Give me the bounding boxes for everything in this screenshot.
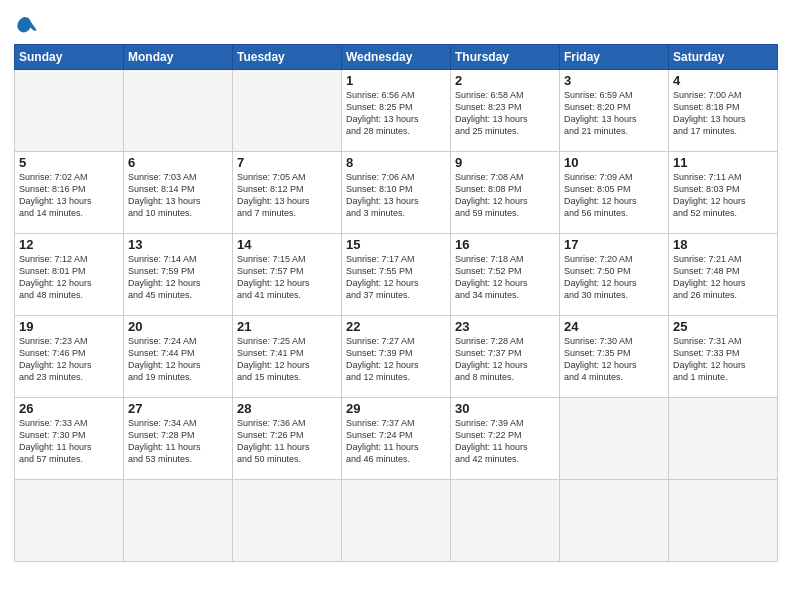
calendar-cell: 8Sunrise: 7:06 AM Sunset: 8:10 PM Daylig… — [342, 152, 451, 234]
calendar-cell: 30Sunrise: 7:39 AM Sunset: 7:22 PM Dayli… — [451, 398, 560, 480]
day-number: 19 — [19, 319, 119, 334]
day-info: Sunrise: 7:33 AM Sunset: 7:30 PM Dayligh… — [19, 417, 119, 466]
calendar-cell — [15, 70, 124, 152]
calendar-cell: 24Sunrise: 7:30 AM Sunset: 7:35 PM Dayli… — [560, 316, 669, 398]
calendar-row: 19Sunrise: 7:23 AM Sunset: 7:46 PM Dayli… — [15, 316, 778, 398]
day-number: 8 — [346, 155, 446, 170]
calendar-cell: 18Sunrise: 7:21 AM Sunset: 7:48 PM Dayli… — [669, 234, 778, 316]
day-info: Sunrise: 7:09 AM Sunset: 8:05 PM Dayligh… — [564, 171, 664, 220]
day-number: 14 — [237, 237, 337, 252]
calendar-cell: 23Sunrise: 7:28 AM Sunset: 7:37 PM Dayli… — [451, 316, 560, 398]
weekday-header-row: SundayMondayTuesdayWednesdayThursdayFrid… — [15, 45, 778, 70]
calendar-cell: 7Sunrise: 7:05 AM Sunset: 8:12 PM Daylig… — [233, 152, 342, 234]
logo-bird-icon — [16, 14, 38, 36]
day-info: Sunrise: 6:59 AM Sunset: 8:20 PM Dayligh… — [564, 89, 664, 138]
calendar-cell: 22Sunrise: 7:27 AM Sunset: 7:39 PM Dayli… — [342, 316, 451, 398]
calendar-cell — [233, 480, 342, 562]
day-info: Sunrise: 7:12 AM Sunset: 8:01 PM Dayligh… — [19, 253, 119, 302]
day-number: 6 — [128, 155, 228, 170]
day-info: Sunrise: 7:25 AM Sunset: 7:41 PM Dayligh… — [237, 335, 337, 384]
day-number: 29 — [346, 401, 446, 416]
day-info: Sunrise: 6:58 AM Sunset: 8:23 PM Dayligh… — [455, 89, 555, 138]
day-number: 4 — [673, 73, 773, 88]
header — [14, 10, 778, 36]
day-info: Sunrise: 7:34 AM Sunset: 7:28 PM Dayligh… — [128, 417, 228, 466]
day-number: 27 — [128, 401, 228, 416]
calendar-cell — [560, 480, 669, 562]
calendar-cell: 15Sunrise: 7:17 AM Sunset: 7:55 PM Dayli… — [342, 234, 451, 316]
calendar-cell: 19Sunrise: 7:23 AM Sunset: 7:46 PM Dayli… — [15, 316, 124, 398]
day-info: Sunrise: 7:11 AM Sunset: 8:03 PM Dayligh… — [673, 171, 773, 220]
day-info: Sunrise: 7:08 AM Sunset: 8:08 PM Dayligh… — [455, 171, 555, 220]
day-number: 28 — [237, 401, 337, 416]
calendar-cell: 1Sunrise: 6:56 AM Sunset: 8:25 PM Daylig… — [342, 70, 451, 152]
day-number: 11 — [673, 155, 773, 170]
logo — [14, 14, 38, 36]
day-number: 7 — [237, 155, 337, 170]
day-info: Sunrise: 7:21 AM Sunset: 7:48 PM Dayligh… — [673, 253, 773, 302]
calendar-cell: 5Sunrise: 7:02 AM Sunset: 8:16 PM Daylig… — [15, 152, 124, 234]
calendar-cell: 3Sunrise: 6:59 AM Sunset: 8:20 PM Daylig… — [560, 70, 669, 152]
calendar-cell: 21Sunrise: 7:25 AM Sunset: 7:41 PM Dayli… — [233, 316, 342, 398]
calendar-row: 1Sunrise: 6:56 AM Sunset: 8:25 PM Daylig… — [15, 70, 778, 152]
day-info: Sunrise: 7:18 AM Sunset: 7:52 PM Dayligh… — [455, 253, 555, 302]
calendar-cell: 25Sunrise: 7:31 AM Sunset: 7:33 PM Dayli… — [669, 316, 778, 398]
day-number: 23 — [455, 319, 555, 334]
calendar-cell — [124, 480, 233, 562]
day-info: Sunrise: 7:30 AM Sunset: 7:35 PM Dayligh… — [564, 335, 664, 384]
day-info: Sunrise: 7:06 AM Sunset: 8:10 PM Dayligh… — [346, 171, 446, 220]
calendar-cell — [451, 480, 560, 562]
day-info: Sunrise: 7:36 AM Sunset: 7:26 PM Dayligh… — [237, 417, 337, 466]
calendar-cell: 27Sunrise: 7:34 AM Sunset: 7:28 PM Dayli… — [124, 398, 233, 480]
day-info: Sunrise: 7:24 AM Sunset: 7:44 PM Dayligh… — [128, 335, 228, 384]
calendar-cell: 4Sunrise: 7:00 AM Sunset: 8:18 PM Daylig… — [669, 70, 778, 152]
calendar-table: SundayMondayTuesdayWednesdayThursdayFrid… — [14, 44, 778, 562]
calendar-cell: 12Sunrise: 7:12 AM Sunset: 8:01 PM Dayli… — [15, 234, 124, 316]
day-number: 24 — [564, 319, 664, 334]
calendar-row: 12Sunrise: 7:12 AM Sunset: 8:01 PM Dayli… — [15, 234, 778, 316]
calendar-cell — [15, 480, 124, 562]
weekday-wednesday: Wednesday — [342, 45, 451, 70]
day-info: Sunrise: 7:17 AM Sunset: 7:55 PM Dayligh… — [346, 253, 446, 302]
calendar-cell — [233, 70, 342, 152]
calendar-row: 5Sunrise: 7:02 AM Sunset: 8:16 PM Daylig… — [15, 152, 778, 234]
day-number: 21 — [237, 319, 337, 334]
day-number: 30 — [455, 401, 555, 416]
weekday-saturday: Saturday — [669, 45, 778, 70]
day-info: Sunrise: 7:02 AM Sunset: 8:16 PM Dayligh… — [19, 171, 119, 220]
day-number: 22 — [346, 319, 446, 334]
day-number: 26 — [19, 401, 119, 416]
weekday-friday: Friday — [560, 45, 669, 70]
calendar-cell: 26Sunrise: 7:33 AM Sunset: 7:30 PM Dayli… — [15, 398, 124, 480]
calendar-cell: 29Sunrise: 7:37 AM Sunset: 7:24 PM Dayli… — [342, 398, 451, 480]
day-number: 12 — [19, 237, 119, 252]
day-info: Sunrise: 7:27 AM Sunset: 7:39 PM Dayligh… — [346, 335, 446, 384]
calendar-cell: 6Sunrise: 7:03 AM Sunset: 8:14 PM Daylig… — [124, 152, 233, 234]
day-number: 20 — [128, 319, 228, 334]
calendar-cell — [560, 398, 669, 480]
day-info: Sunrise: 6:56 AM Sunset: 8:25 PM Dayligh… — [346, 89, 446, 138]
day-number: 18 — [673, 237, 773, 252]
weekday-monday: Monday — [124, 45, 233, 70]
calendar-cell: 9Sunrise: 7:08 AM Sunset: 8:08 PM Daylig… — [451, 152, 560, 234]
day-number: 10 — [564, 155, 664, 170]
day-info: Sunrise: 7:37 AM Sunset: 7:24 PM Dayligh… — [346, 417, 446, 466]
calendar-cell: 28Sunrise: 7:36 AM Sunset: 7:26 PM Dayli… — [233, 398, 342, 480]
day-info: Sunrise: 7:28 AM Sunset: 7:37 PM Dayligh… — [455, 335, 555, 384]
day-number: 17 — [564, 237, 664, 252]
day-number: 1 — [346, 73, 446, 88]
day-info: Sunrise: 7:20 AM Sunset: 7:50 PM Dayligh… — [564, 253, 664, 302]
day-info: Sunrise: 7:23 AM Sunset: 7:46 PM Dayligh… — [19, 335, 119, 384]
day-info: Sunrise: 7:03 AM Sunset: 8:14 PM Dayligh… — [128, 171, 228, 220]
day-number: 2 — [455, 73, 555, 88]
day-number: 5 — [19, 155, 119, 170]
calendar-cell — [669, 398, 778, 480]
day-info: Sunrise: 7:00 AM Sunset: 8:18 PM Dayligh… — [673, 89, 773, 138]
calendar-row — [15, 480, 778, 562]
day-number: 15 — [346, 237, 446, 252]
day-number: 3 — [564, 73, 664, 88]
day-info: Sunrise: 7:31 AM Sunset: 7:33 PM Dayligh… — [673, 335, 773, 384]
weekday-sunday: Sunday — [15, 45, 124, 70]
calendar-cell: 11Sunrise: 7:11 AM Sunset: 8:03 PM Dayli… — [669, 152, 778, 234]
day-info: Sunrise: 7:14 AM Sunset: 7:59 PM Dayligh… — [128, 253, 228, 302]
